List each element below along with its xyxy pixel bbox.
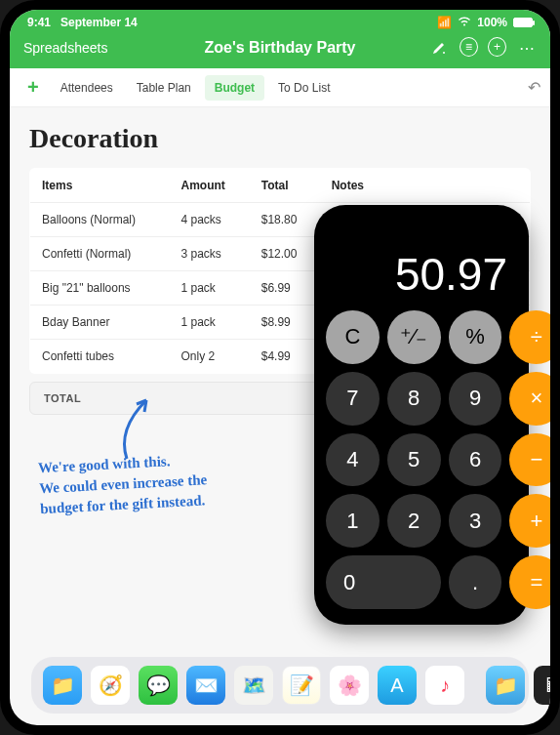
signal-icon: 📶 [437, 16, 452, 29]
calc-key-0[interactable]: 0 [326, 555, 441, 609]
calc-key-÷[interactable]: ÷ [509, 310, 550, 364]
calc-key-3[interactable]: 3 [449, 494, 502, 548]
more-icon[interactable]: ⋯ [516, 37, 537, 59]
cell-total[interactable]: $12.00 [250, 237, 320, 271]
add-icon[interactable]: + [488, 37, 506, 57]
calc-key-8[interactable]: 8 [387, 372, 441, 426]
menu-icon[interactable]: ≡ [460, 37, 478, 57]
dock-app-maps[interactable]: 🗺️ [234, 666, 273, 705]
calc-key-5[interactable]: 5 [387, 433, 441, 487]
calc-key-%[interactable]: % [449, 310, 502, 364]
back-button[interactable]: Spreadsheets [23, 40, 131, 56]
cell-item[interactable]: Balloons (Normal) [30, 203, 170, 237]
col-items: Items [30, 169, 170, 203]
status-date: September 14 [60, 16, 138, 29]
calc-key-−[interactable]: − [509, 433, 550, 487]
cell-item[interactable]: Big "21" balloons [30, 271, 170, 306]
cell-item[interactable]: Confetti tubes [30, 340, 170, 374]
calc-key-C[interactable]: C [326, 310, 380, 364]
col-notes: Notes [320, 169, 531, 203]
dock: 📁🧭💬✉️🗺️📝🌸A♪ 📁🖩 [31, 657, 529, 714]
calc-key-7[interactable]: 7 [326, 372, 380, 426]
calc-key-9[interactable]: 9 [449, 372, 502, 426]
calc-key-⁺∕₋[interactable]: ⁺∕₋ [387, 310, 441, 364]
dock-app-photos[interactable]: 🌸 [330, 666, 369, 705]
cell-total[interactable]: $8.99 [250, 306, 320, 340]
edit-icon[interactable] [429, 37, 450, 59]
svg-point-0 [443, 52, 445, 54]
calc-key-=[interactable]: = [509, 555, 550, 609]
nav-bar: Spreadsheets Zoe's Birthday Party ≡ + ⋯ [10, 31, 550, 68]
dock-app-calcapp[interactable]: 🖩 [534, 666, 550, 705]
col-amount: Amount [169, 169, 249, 203]
battery-icon [513, 18, 533, 27]
dock-app-safari[interactable]: 🧭 [91, 666, 130, 705]
ipad-frame: 9:41 September 14 📶 100% Spreadsheets Zo… [0, 0, 560, 735]
dock-app-msg[interactable]: 💬 [139, 666, 178, 705]
status-time: 9:41 [27, 16, 51, 29]
add-tab-button[interactable]: + [20, 72, 47, 102]
status-bar: 9:41 September 14 📶 100% [10, 10, 550, 31]
page-title: Zoe's Birthday Party [131, 39, 429, 57]
dock-app-mail[interactable]: ✉️ [186, 666, 225, 705]
calculator-window[interactable]: 50.97 C⁺∕₋%÷789×456−123+0.= [314, 205, 529, 625]
cell-amount[interactable]: 3 packs [169, 237, 249, 271]
tab-bar: + AttendeesTable PlanBudgetTo Do List ↶ [10, 68, 550, 107]
calc-key-×[interactable]: × [509, 372, 550, 426]
dock-app-appstore[interactable]: A [378, 666, 417, 705]
undo-button[interactable]: ↶ [528, 78, 540, 97]
calculator-display: 50.97 [326, 219, 517, 310]
tab-attendees[interactable]: Attendees [51, 75, 123, 101]
dock-app-music[interactable]: ♪ [425, 666, 464, 705]
cell-total[interactable]: $18.80 [250, 203, 320, 237]
cell-amount[interactable]: Only 2 [169, 340, 249, 374]
cell-total[interactable]: $4.99 [250, 340, 320, 374]
dock-app-folder[interactable]: 📁 [486, 666, 525, 705]
calc-key-1[interactable]: 1 [326, 494, 380, 548]
dock-app-files[interactable]: 📁 [43, 666, 82, 705]
cell-item[interactable]: Bday Banner [30, 306, 170, 340]
cell-amount[interactable]: 4 packs [169, 203, 249, 237]
screen: 9:41 September 14 📶 100% Spreadsheets Zo… [10, 10, 550, 725]
cell-total[interactable]: $6.99 [250, 271, 320, 306]
battery-percent: 100% [477, 16, 507, 29]
tab-to-do-list[interactable]: To Do List [268, 75, 340, 101]
cell-amount[interactable]: 1 pack [169, 306, 249, 340]
tab-budget[interactable]: Budget [205, 75, 264, 101]
handwritten-note: We're good with this. We could even incr… [38, 446, 275, 519]
tab-table-plan[interactable]: Table Plan [127, 75, 201, 101]
cell-amount[interactable]: 1 pack [169, 271, 249, 306]
section-heading: Decoration [29, 123, 531, 154]
calc-key-.[interactable]: . [449, 555, 502, 609]
col-total: Total [250, 169, 320, 203]
cell-item[interactable]: Confetti (Normal) [30, 237, 170, 271]
wifi-icon [458, 16, 471, 29]
dock-app-notes[interactable]: 📝 [282, 666, 321, 705]
calc-key-4[interactable]: 4 [326, 433, 380, 487]
calc-key-6[interactable]: 6 [449, 433, 502, 487]
calc-key-+[interactable]: + [509, 494, 550, 548]
calc-key-2[interactable]: 2 [387, 494, 441, 548]
